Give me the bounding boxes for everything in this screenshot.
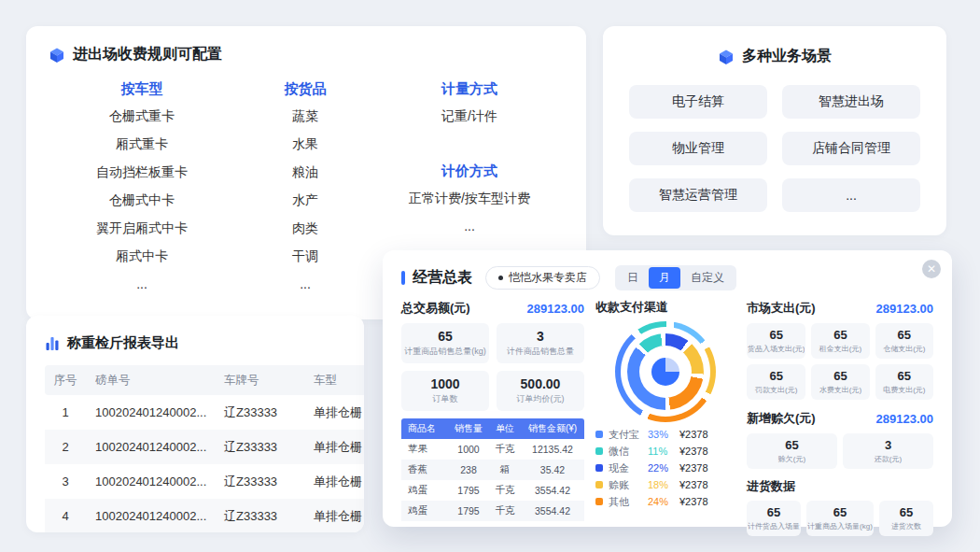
- col-header-product: 商品名: [401, 422, 448, 435]
- scenario-button-more[interactable]: ...: [782, 178, 920, 212]
- scenario-button-property-mgmt[interactable]: 物业管理: [629, 132, 767, 165]
- tab-month[interactable]: 月: [649, 267, 680, 289]
- cell-bill-no: 100202401240002...: [86, 509, 215, 523]
- col-header-qty: 销售量: [448, 422, 489, 435]
- scenarios-title: 多种业务场景: [742, 47, 832, 66]
- legend-name: 现金: [609, 461, 648, 475]
- payment-legend: 支付宝 33% ¥2378 微信 11% ¥2378 现金 22%: [595, 426, 735, 510]
- stat-value: 65: [748, 438, 836, 452]
- scenario-button-e-settlement[interactable]: 电子结算: [629, 85, 767, 119]
- cell-unit: 箱: [489, 463, 521, 476]
- cell-vehicle-type: 单排仓栅: [304, 439, 364, 456]
- cell-amount: 3554.42: [521, 485, 584, 496]
- table-row: 3 100202401240002... 辽Z33333 单排仓栅: [45, 464, 364, 499]
- cell-index: 2: [45, 440, 86, 454]
- donut-center-pie: [651, 358, 679, 386]
- stat-value: 65: [876, 369, 932, 383]
- legend-swatch: [595, 498, 603, 505]
- stat-label: 计件货品入场量: [748, 521, 800, 531]
- cell-index: 3: [45, 474, 86, 488]
- table-row: 鸡蛋 1795 千克 3554.42: [401, 501, 584, 521]
- cell-unit: 千克: [489, 443, 521, 456]
- sales-stats-grid: 65 计重商品销售总量(kg) 3 计件商品销售总量 1000 订单数 500.…: [401, 323, 584, 411]
- stat-label: 电费支出(元): [876, 385, 932, 395]
- cell-plate-no: 辽Z33333: [215, 404, 304, 421]
- vehicle-item-ellipsis: ...: [49, 270, 235, 298]
- table-row: 4 100202401240002... 辽Z33333 单排仓栅: [45, 499, 364, 532]
- stat-value: 65: [748, 505, 800, 519]
- cell-amount: 12135.42: [521, 444, 584, 455]
- scenario-button-shop-contract[interactable]: 店铺合同管理: [782, 132, 920, 165]
- vehicle-item: 仓栅式重卡: [49, 102, 235, 130]
- new-credit-row: 新增赊欠(元) 289123.00: [747, 409, 933, 428]
- store-selector[interactable]: 恺恺水果专卖店: [485, 266, 600, 290]
- cell-product: 鸡蛋: [401, 504, 448, 517]
- scenarios-card: 多种业务场景 电子结算 智慧进出场 物业管理 店铺合同管理 智慧运营管理 ...: [603, 26, 946, 235]
- legend-percent: 22%: [648, 462, 679, 474]
- cell-qty: 1795: [448, 505, 489, 517]
- stat-label: 还款(元): [844, 454, 932, 464]
- bar-chart-icon: [45, 336, 60, 351]
- stat-value: 65: [403, 329, 487, 344]
- stat-label: 租金支出(元): [812, 344, 868, 354]
- legend-row: 微信 11% ¥2378: [595, 443, 735, 460]
- stat-box: 65 租金支出(元): [811, 323, 869, 359]
- stat-value: 65: [812, 328, 868, 342]
- close-icon[interactable]: ✕: [922, 260, 941, 278]
- scenario-button-smart-operation[interactable]: 智慧运营管理: [629, 178, 767, 212]
- legend-percent: 11%: [648, 446, 679, 457]
- legend-swatch: [595, 464, 603, 472]
- cell-index: 4: [45, 509, 86, 523]
- stat-box: 65 计件货品入场量: [747, 501, 801, 536]
- stat-label: 进货次数: [880, 521, 932, 531]
- legend-row: 其他 24% ¥2378: [595, 493, 735, 510]
- expense-column: 市场支出(元) 289123.00 65 货品入场支出(元) 65 租金支出(元…: [747, 299, 933, 536]
- col-header-index: 序号: [45, 373, 86, 389]
- store-name: 恺恺水果专卖店: [509, 270, 587, 286]
- legend-name: 其他: [609, 495, 648, 509]
- weigh-title-row: 称重检斤报表导出: [45, 334, 345, 352]
- cell-amount: 3554.42: [521, 505, 584, 517]
- stat-label: 罚款支出(元): [748, 385, 805, 395]
- tab-day[interactable]: 日: [617, 267, 649, 289]
- market-expense-row: 市场支出(元) 289123.00: [747, 299, 933, 318]
- payment-donut-chart: [615, 321, 716, 422]
- scenario-button-smart-entry[interactable]: 智慧进出场: [782, 85, 920, 119]
- cell-product: 鸡蛋: [401, 484, 448, 497]
- stat-box: 65 仓储支出(元): [875, 323, 933, 359]
- col-header-plate-no: 车牌号: [215, 373, 304, 389]
- cell-unit: 千克: [489, 504, 521, 517]
- stat-value: 1000: [403, 376, 487, 391]
- col-header-amount: 销售金额(¥): [521, 422, 584, 435]
- stat-box: 3 还款(元): [843, 433, 933, 469]
- stat-label: 仓储支出(元): [876, 344, 932, 354]
- product-table-header: 商品名 销售量 单位 销售金额(¥): [401, 418, 584, 439]
- cell-vehicle-type: 单排仓栅: [304, 474, 364, 490]
- stat-value: 65: [807, 505, 873, 519]
- cube-icon: [718, 49, 735, 65]
- legend-amount: ¥2378: [679, 446, 708, 457]
- legend-percent: 18%: [648, 479, 679, 490]
- goods-header: 按货品: [235, 76, 375, 102]
- col-header-unit: 单位: [489, 422, 521, 435]
- cell-bill-no: 100202401240002...: [86, 474, 215, 488]
- legend-row: 现金 22% ¥2378: [595, 460, 735, 476]
- scenarios-grid: 电子结算 智慧进出场 物业管理 店铺合同管理 智慧运营管理 ...: [629, 85, 920, 212]
- cell-product: 香蕉: [401, 463, 448, 476]
- cell-bill-no: 100202401240002...: [86, 405, 215, 419]
- stat-value: 500.00: [498, 376, 582, 391]
- transaction-value: 289123.00: [527, 302, 584, 316]
- stat-box: 3 计件商品销售总量: [497, 323, 584, 363]
- dashboard-header: 经营总表 恺恺水果专卖店 日 月 自定义: [401, 265, 933, 290]
- cell-qty: 238: [448, 464, 489, 475]
- legend-row: 赊账 18% ¥2378: [595, 476, 735, 493]
- stat-value: 65: [876, 328, 932, 342]
- stat-box: 65 电费支出(元): [875, 364, 933, 400]
- table-row: 香蕉 238 箱 35.42: [401, 460, 584, 480]
- cell-vehicle-type: 单排仓栅: [304, 508, 364, 525]
- store-status-dot: [498, 276, 503, 280]
- stat-box: 65 计重商品入场量(kg): [806, 501, 874, 536]
- legend-swatch: [595, 447, 603, 455]
- tab-custom[interactable]: 自定义: [680, 267, 735, 289]
- screen: 进出场收费规则可配置 按车型 仓栅式重卡 厢式重卡 自动挡栏板重卡 仓栅式中卡 …: [0, 0, 980, 552]
